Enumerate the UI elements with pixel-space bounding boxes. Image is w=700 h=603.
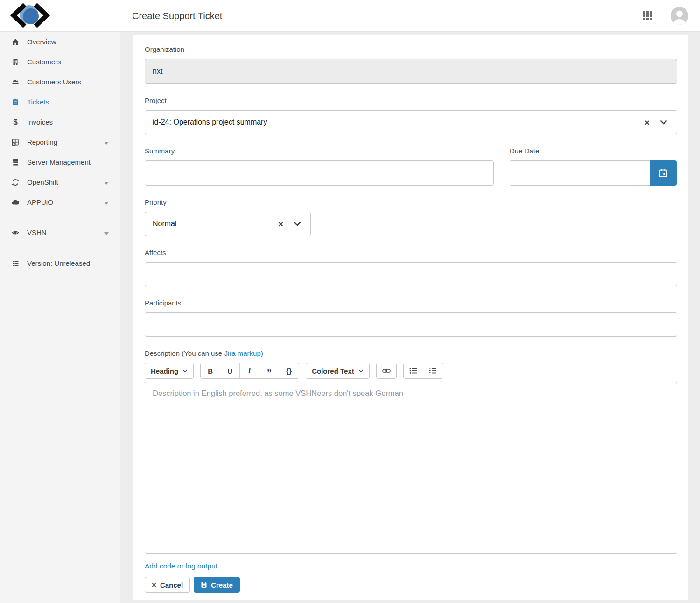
clipboard-icon [11,98,20,106]
code-button[interactable]: {} [279,363,299,378]
chevron-down-icon [182,369,188,373]
heading-group: Heading [145,363,194,379]
cloud-icon [11,198,20,207]
numbered-list-button[interactable] [423,363,443,378]
sidebar-item-customers-users[interactable]: Customers Users [0,72,120,92]
create-label: Create [211,581,233,589]
description-label: Description (You can use Jira markup) [145,349,677,358]
add-code-link[interactable]: Add code or log output [145,562,217,570]
refresh-icon [11,178,20,187]
sidebar-item-label: Server Management [27,158,91,166]
sidebar-item-vshn[interactable]: VSHN [0,222,120,243]
save-icon [201,582,207,588]
description-field-group: Description (You can use Jira markup) He… [145,349,677,555]
eye-icon [11,229,20,237]
underline-label: U [227,367,232,375]
list-icon [11,259,20,268]
heading-dropdown[interactable]: Heading [145,363,193,378]
description-toolbar: Heading B U I ” {} Colored Text [145,363,677,379]
chevron-down-icon [104,198,109,206]
participants-input[interactable] [145,312,677,337]
colored-text-dropdown[interactable]: Colored Text [306,363,369,378]
list-group [403,363,443,379]
affects-label: Affects [145,248,677,257]
italic-button[interactable]: I [240,363,259,378]
sidebar-item-label: Reporting [27,138,57,146]
bullet-list-button[interactable] [404,363,423,378]
chevron-down-icon[interactable] [294,222,301,226]
cancel-label: Cancel [160,581,183,589]
quote-icon: ” [267,367,272,375]
server-icon [11,158,20,166]
sidebar-item-label: Version: Unreleased [27,259,90,267]
chevron-down-icon[interactable] [660,120,667,125]
dollar-icon: $ [11,118,20,126]
project-label: Project [145,96,677,105]
bold-button[interactable]: B [201,363,220,378]
chevron-down-icon [358,369,364,373]
jira-markup-link[interactable]: Jira markup [224,349,260,357]
chevron-down-icon [104,229,109,236]
sidebar-item-reporting[interactable]: Reporting [0,132,120,152]
sidebar-item-label: Customers Users [27,78,81,86]
home-icon [11,38,20,46]
sidebar-item-label: Customers [27,58,61,66]
description-label-prefix: Description (You can use [145,349,224,357]
sidebar-item-server-management[interactable]: Server Management [0,152,120,172]
organization-input [145,59,677,84]
priority-label: Priority [145,198,677,207]
sidebar-item-label: VSHN [27,229,47,236]
sidebar: Overview Customers Custo [0,32,120,603]
priority-field-group: Priority Normal × [145,198,677,236]
report-icon [11,138,20,146]
due-date-input[interactable] [510,160,650,186]
sidebar-item-appuio[interactable]: APPUiO [0,192,120,212]
project-select[interactable]: id-24: Operations project summary × [145,110,677,134]
calendar-icon [658,168,668,178]
due-date-label: Due Date [510,146,677,156]
calendar-button[interactable] [650,160,677,186]
due-date-field-group: Due Date [510,146,677,186]
affects-input[interactable] [145,262,677,286]
quote-button[interactable]: ” [259,363,279,378]
summary-input[interactable] [145,160,494,186]
numbered-list-icon [429,367,437,374]
sidebar-item-customers[interactable]: Customers [0,52,120,72]
cancel-button[interactable]: × Cancel [145,577,190,593]
link-button[interactable] [377,363,396,378]
underline-button[interactable]: U [220,363,240,378]
form-actions: × Cancel Create [145,577,677,593]
clear-icon[interactable]: × [644,118,650,127]
sidebar-item-version[interactable]: Version: Unreleased [0,253,120,273]
user-avatar[interactable] [671,7,688,25]
sidebar-item-overview[interactable]: Overview [0,32,120,52]
ticket-form-panel: Organization Project id-24: Operations p… [133,35,688,600]
participants-label: Participants [145,298,677,308]
page-title: Create Support Ticket [132,10,222,21]
link-icon [382,368,391,374]
sidebar-item-label: Tickets [27,98,49,106]
description-textarea[interactable] [145,382,677,554]
user-circle-icon [671,7,688,25]
main-area: Organization Project id-24: Operations p… [120,32,700,603]
users-icon [11,78,20,86]
priority-selected-value: Normal [153,220,278,228]
apps-grid-icon[interactable] [643,11,652,21]
clear-icon[interactable]: × [278,220,283,229]
bullet-list-icon [409,367,417,374]
sidebar-item-openshift[interactable]: OpenShift [0,172,120,192]
bold-label: B [208,367,213,375]
create-button[interactable]: Create [194,577,240,593]
vshn-eye-logo[interactable] [7,2,53,30]
summary-field-group: Summary [145,146,494,186]
participants-field-group: Participants [145,298,677,337]
sidebar-item-tickets[interactable]: Tickets [0,92,120,112]
project-selected-value: id-24: Operations project summary [153,118,644,126]
priority-select[interactable]: Normal × [145,212,311,236]
sidebar-item-invoices[interactable]: $ Invoices [0,112,120,132]
format-group: B U I ” {} [200,363,299,379]
summary-duedate-row: Summary Due Date [145,146,677,186]
organization-field-group: Organization [145,45,677,84]
heading-dropdown-label: Heading [151,367,178,375]
sidebar-item-label: Invoices [27,118,53,126]
